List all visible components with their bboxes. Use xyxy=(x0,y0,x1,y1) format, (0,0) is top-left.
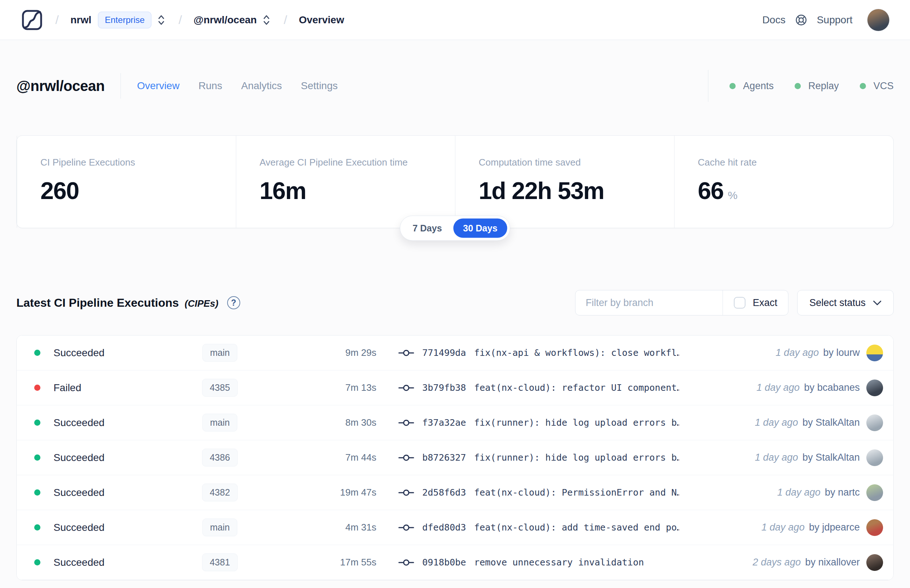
breadcrumb-separator: / xyxy=(284,13,287,27)
exact-checkbox[interactable] xyxy=(734,297,745,309)
cipe-title-text: Latest CI Pipeline Executions xyxy=(16,296,179,310)
service-ok-dot-icon xyxy=(860,83,866,89)
help-icon[interactable]: ? xyxy=(227,296,240,309)
duration-cell: 19m 47s xyxy=(260,487,377,498)
service-ok-dot-icon xyxy=(729,83,735,89)
service-status[interactable]: Replay xyxy=(795,81,839,92)
branch-badge[interactable]: main xyxy=(202,519,237,536)
author-avatar[interactable] xyxy=(866,449,883,466)
workspace-tab[interactable]: Overview xyxy=(137,80,179,92)
branch-badge[interactable]: 4382 xyxy=(202,483,238,501)
support-link[interactable]: Support xyxy=(817,14,852,26)
stat-number: 66 xyxy=(698,177,723,205)
git-commit-icon xyxy=(398,418,414,428)
workspace-header: @nrwl/ocean Overview Runs Analytics Sett… xyxy=(0,73,910,99)
status-select-button[interactable]: Select status xyxy=(797,290,894,315)
enterprise-badge: Enterprise xyxy=(98,11,152,28)
author-cell: 1 day ago by StalkAltan xyxy=(679,449,883,466)
duration-cell: 4m 31s xyxy=(260,522,377,533)
commit-message: feat(nx-cloud): PermissionError and N… xyxy=(474,487,679,498)
user-avatar[interactable] xyxy=(867,9,890,31)
branch-badge[interactable]: 4381 xyxy=(202,553,238,571)
cipe-row[interactable]: Succeeded 4382 19m 47s 2d58f6d3 feat(nx-… xyxy=(17,475,893,510)
time-ago: 2 days ago xyxy=(753,557,801,568)
branch-filter-input[interactable] xyxy=(575,290,723,315)
author-avatar[interactable] xyxy=(866,380,883,396)
workspace-tab[interactable]: Analytics xyxy=(241,80,282,92)
service-status[interactable]: Agents xyxy=(729,81,774,92)
stat-card: CI Pipeline Executions 260 xyxy=(17,136,236,228)
breadcrumb-org[interactable]: nrwl xyxy=(70,14,91,26)
git-commit-icon xyxy=(398,383,414,393)
service-status-group: Agents Replay VCS xyxy=(708,70,894,102)
branch-cell: 4386 xyxy=(180,449,260,467)
stat-card: Cache hit rate 66 % xyxy=(674,136,893,228)
commit-cell[interactable]: dfed80d3 feat(nx-cloud): add time-saved … xyxy=(377,522,679,533)
nx-logo-icon[interactable] xyxy=(20,8,44,32)
commit-cell[interactable]: f37a32ae fix(runner): hide log upload er… xyxy=(377,417,679,428)
cipe-title-suffix: (CIPEs) xyxy=(184,298,218,309)
author-cell: 1 day ago by StalkAltan xyxy=(679,414,883,431)
commit-cell[interactable]: 2d58f6d3 feat(nx-cloud): PermissionError… xyxy=(377,487,679,498)
status-dot-icon xyxy=(34,454,40,460)
commit-cell[interactable]: b8726327 fix(runner): hide log upload er… xyxy=(377,452,679,463)
branch-cell: 4382 xyxy=(180,483,260,501)
date-range-option[interactable]: 30 Days xyxy=(453,219,508,238)
stat-label: Average CI Pipeline Execution time xyxy=(260,157,432,168)
service-status[interactable]: VCS xyxy=(860,81,894,92)
cipe-row[interactable]: Succeeded main 9m 29s 771499da fix(nx-ap… xyxy=(17,336,893,370)
status-dot-icon xyxy=(34,384,40,391)
author-cell: 2 days ago by nixallover xyxy=(679,554,883,571)
commit-cell[interactable]: 0918b0be remove unnecessary invalidation xyxy=(377,557,679,568)
workspace-tabs: Overview Runs Analytics Settings xyxy=(137,80,338,92)
commit-message: remove unnecessary invalidation xyxy=(474,557,644,568)
status-cell: Succeeded xyxy=(34,557,180,569)
author-avatar[interactable] xyxy=(866,554,883,571)
branch-badge[interactable]: 4386 xyxy=(202,449,238,467)
docs-link[interactable]: Docs xyxy=(762,14,786,26)
stat-value: 1d 22h 53m xyxy=(478,177,651,205)
top-navbar: / nrwl Enterprise / @nrwl/ocean / Overvi… xyxy=(0,0,910,40)
org-switcher-button[interactable] xyxy=(156,12,167,27)
author-cell: 1 day ago by lourw xyxy=(679,344,883,361)
breadcrumb-org-group: nrwl Enterprise xyxy=(70,11,167,28)
git-commit-icon xyxy=(398,348,414,358)
commit-message: fix(nx-api & workflows): close workfl… xyxy=(474,347,679,358)
chevron-down-icon xyxy=(873,300,882,305)
commit-cell[interactable]: 771499da fix(nx-api & workflows): close … xyxy=(377,347,679,358)
branch-badge[interactable]: main xyxy=(202,344,237,362)
cipe-row[interactable]: Succeeded main 4m 31s dfed80d3 feat(nx-c… xyxy=(17,510,893,545)
date-range-option[interactable]: 7 Days xyxy=(402,219,452,238)
breadcrumb-workspace[interactable]: @nrwl/ocean xyxy=(194,14,257,26)
author-name: by nartc xyxy=(825,487,860,498)
workspace-tab[interactable]: Runs xyxy=(198,80,222,92)
author-cell: 1 day ago by bcabanes xyxy=(679,380,883,396)
branch-filter-group: Exact xyxy=(575,290,789,315)
author-name: by bcabanes xyxy=(804,382,860,393)
author-avatar[interactable] xyxy=(866,484,883,501)
author-avatar[interactable] xyxy=(866,414,883,431)
workspace-switcher-button[interactable] xyxy=(261,12,272,27)
cipe-row[interactable]: Failed 4385 7m 13s 3b79fb38 feat(nx-clou… xyxy=(17,370,893,405)
author-avatar[interactable] xyxy=(866,519,883,536)
commit-hash: 2d58f6d3 xyxy=(422,487,466,498)
commit-cell[interactable]: 3b79fb38 feat(nx-cloud): refactor UI com… xyxy=(377,383,679,393)
service-label: Agents xyxy=(743,81,774,92)
stats-section: CI Pipeline Executions 260 Average CI Pi… xyxy=(16,136,894,228)
status-cell: Succeeded xyxy=(34,417,180,429)
breadcrumb-workspace-group: @nrwl/ocean xyxy=(194,12,272,27)
branch-badge[interactable]: main xyxy=(202,414,237,431)
status-text: Succeeded xyxy=(53,347,105,359)
status-cell: Failed xyxy=(34,382,180,394)
author-avatar[interactable] xyxy=(866,344,883,361)
commit-message: fix(runner): hide log upload errors b… xyxy=(474,417,679,428)
cipe-row[interactable]: Succeeded main 8m 30s f37a32ae fix(runne… xyxy=(17,405,893,440)
commit-hash: 771499da xyxy=(422,347,466,358)
cipe-row[interactable]: Succeeded 4386 7m 44s b8726327 fix(runne… xyxy=(17,440,893,475)
author-name: by nixallover xyxy=(805,557,860,568)
git-commit-icon xyxy=(398,488,414,498)
branch-badge[interactable]: 4385 xyxy=(202,379,238,397)
workspace-tab[interactable]: Settings xyxy=(301,80,338,92)
cipe-row[interactable]: Succeeded 4381 17m 55s 0918b0be remove u… xyxy=(17,545,893,580)
exact-label: Exact xyxy=(753,297,777,309)
